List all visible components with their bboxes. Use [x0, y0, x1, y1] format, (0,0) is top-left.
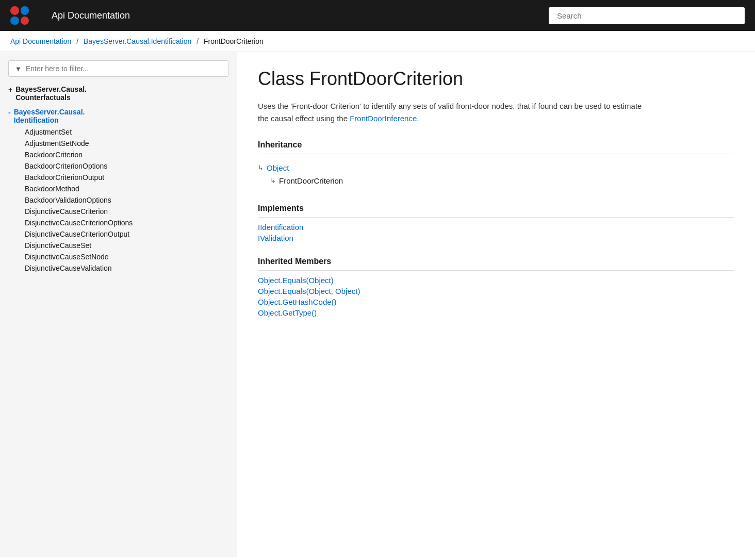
nav-item-backdoorcriterinoptions[interactable]: BackdoorCriterionOptions	[4, 160, 233, 172]
inheritance-title: Inheritance	[258, 140, 734, 154]
nav-group-counterfactuals-title[interactable]: + BayesServer.Causal.Counterfactuals	[4, 83, 233, 104]
main-content: Class FrontDoorCriterion Uses the 'Front…	[237, 52, 755, 557]
member-object-equals-object[interactable]: Object.Equals(Object)	[258, 276, 734, 285]
nav-item-backdoormethod[interactable]: BackdoorMethod	[4, 183, 233, 194]
frontdoorinference-link[interactable]: FrontDoorInference	[350, 114, 417, 123]
nav-item-adjustmentsetnode[interactable]: AdjustmentSetNode	[4, 138, 233, 149]
member-object-gettype[interactable]: Object.GetType()	[258, 308, 734, 317]
implements-iidentification-link[interactable]: IIdentification	[258, 223, 734, 232]
logo-circle-blue-bl	[10, 17, 19, 25]
counterfactuals-prefix: +	[8, 86, 12, 94]
logo-circle-red-tl	[10, 6, 19, 15]
nav-item-backdoorcriterionoutput[interactable]: BackdoorCriterionOutput	[4, 172, 233, 183]
counterfactuals-label: BayesServer.Causal.Counterfactuals	[15, 85, 87, 102]
inheritance-frontdoor-label: FrontDoorCriterion	[279, 176, 343, 185]
inherit-arrow-frontdoor: ↳	[270, 177, 276, 185]
app-header: Api Documentation	[0, 0, 755, 31]
implements-ivalidation-link[interactable]: IValidation	[258, 234, 734, 242]
inheritance-object-link[interactable]: Object	[267, 163, 289, 172]
nav-group-identification: - BayesServer.Causal.Identification Adju…	[4, 106, 233, 274]
description-text-2: .	[417, 114, 419, 123]
nav-item-disjunctivecausevalidation[interactable]: DisjunctiveCauseValidation	[4, 262, 233, 274]
breadcrumb-link-identification[interactable]: BayesServer.Causal.Identification	[84, 37, 191, 45]
logo-circle-blue-tr	[21, 6, 29, 15]
implements-list: IIdentification IValidation	[258, 223, 734, 242]
breadcrumb-link-api-docs[interactable]: Api Documentation	[10, 37, 71, 45]
description-text-1: Uses the 'Front-door Criterion' to ident…	[258, 102, 642, 123]
members-list: Object.Equals(Object) Object.Equals(Obje…	[258, 276, 734, 317]
member-object-gethashcode[interactable]: Object.GetHashCode()	[258, 298, 734, 306]
sidebar-nav: + BayesServer.Causal.Counterfactuals - B…	[0, 83, 237, 274]
sidebar: ▼ + BayesServer.Causal.Counterfactuals -…	[0, 52, 237, 557]
class-title: Class FrontDoorCriterion	[258, 68, 734, 90]
identification-prefix: -	[8, 108, 11, 117]
main-layout: ▼ + BayesServer.Causal.Counterfactuals -…	[0, 52, 755, 557]
nav-group-counterfactuals: + BayesServer.Causal.Counterfactuals	[4, 83, 233, 104]
breadcrumb-sep-2: /	[196, 37, 199, 45]
nav-item-disjunctivecausecriterionoutput[interactable]: DisjunctiveCauseCriterionOutput	[4, 228, 233, 240]
breadcrumb: Api Documentation / BayesServer.Causal.I…	[0, 31, 755, 52]
nav-group-identification-title[interactable]: - BayesServer.Causal.Identification	[4, 106, 233, 126]
filter-box-wrap: ▼	[0, 60, 237, 83]
filter-input[interactable]	[26, 64, 222, 73]
nav-item-disjunctivecausesetnode[interactable]: DisjunctiveCauseSetNode	[4, 251, 233, 262]
inheritance-tree: ↳ Object ↳ FrontDoorCriterion	[258, 159, 734, 189]
member-object-equals-object-object[interactable]: Object.Equals(Object, Object)	[258, 287, 734, 295]
implements-section: Implements IIdentification IValidation	[258, 204, 734, 242]
search-input[interactable]	[549, 7, 745, 24]
app-logo	[10, 5, 41, 26]
identification-label: BayesServer.Causal.Identification	[14, 108, 85, 124]
nav-item-backdoorvalidationoptions[interactable]: BackdoorValidationOptions	[4, 194, 233, 206]
inherited-members-title: Inherited Members	[258, 257, 734, 271]
filter-box: ▼	[8, 60, 228, 77]
nav-item-backdoorcriterion[interactable]: BackdoorCriterion	[4, 149, 233, 160]
nav-item-disjunctivecausecriterionoptions[interactable]: DisjunctiveCauseCriterionOptions	[4, 217, 233, 228]
nav-item-adjustmentset[interactable]: AdjustmentSet	[4, 126, 233, 138]
logo-circle-red-br	[21, 17, 29, 25]
breadcrumb-sep-1: /	[76, 37, 78, 45]
implements-title: Implements	[258, 204, 734, 218]
inherited-members-section: Inherited Members Object.Equals(Object) …	[258, 257, 734, 317]
class-description: Uses the 'Front-door Criterion' to ident…	[258, 100, 650, 125]
filter-icon: ▼	[15, 65, 22, 73]
nav-item-disjunctivecauseset[interactable]: DisjunctiveCauseSet	[4, 240, 233, 251]
inheritance-section: Inheritance ↳ Object ↳ FrontDoorCriterio…	[258, 140, 734, 189]
inherit-arrow-object: ↳	[258, 164, 264, 172]
header-title: Api Documentation	[52, 10, 538, 21]
breadcrumb-current: FrontDoorCriterion	[204, 37, 264, 45]
nav-item-disjunctivecausecriterion[interactable]: DisjunctiveCauseCriterion	[4, 206, 233, 217]
